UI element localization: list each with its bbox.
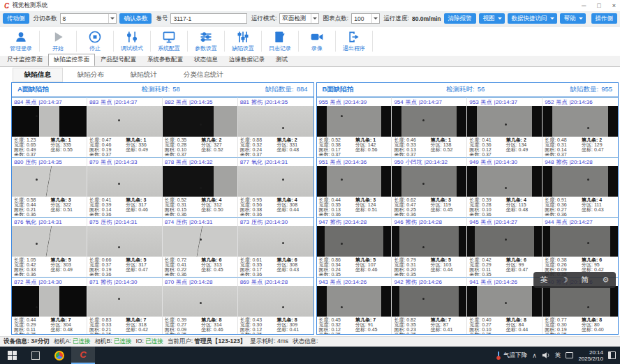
parameter-settings-button[interactable]: 参数设置	[188, 30, 224, 52]
notification-center-icon[interactable]	[608, 351, 616, 359]
defect-cell[interactable]: 948 擦伤 |20:14:28 长度: 0.91 宽度: 0.36 面积: 0…	[542, 157, 618, 217]
defect-cell[interactable]: 946 擦伤 |20:14:28 长度: 0.79 宽度: 0.31 面积: 0…	[392, 217, 467, 277]
defect-cell[interactable]: 945 黑点 |20:14:27 长度: 0.42 宽度: 0.29 面积: 0…	[467, 217, 542, 277]
subtab-class-info-statistics[interactable]: 分类信息统计	[172, 68, 235, 82]
defect-image[interactable]	[542, 106, 618, 137]
defect-cell[interactable]: 882 黑点 |20:14:35 长度: 0.35 宽度: 0.28 面积: 0…	[163, 97, 238, 157]
help-menu-button[interactable]: 帮助	[560, 13, 586, 23]
defect-cell[interactable]: 878 黑点 |20:14:32 长度: 0.52 宽度: 0.31 面积: 0…	[163, 157, 238, 217]
defect-image[interactable]	[317, 166, 392, 197]
tab-system-param-config[interactable]: 系统参数配置	[142, 54, 189, 66]
roll-number-input[interactable]: 3117-1	[170, 13, 246, 24]
defect-image[interactable]	[238, 226, 313, 257]
start-button[interactable]	[0, 347, 24, 364]
defect-image[interactable]	[87, 286, 162, 317]
admin-login-button[interactable]: 管理登录	[3, 30, 39, 52]
view-menu-button[interactable]: 视图	[479, 13, 505, 23]
defect-cell[interactable]: 875 压伤 |20:14:31 长度: 0.66 宽度: 0.37 面积: 0…	[87, 217, 163, 277]
operator-side-button[interactable]: 操作侧	[591, 13, 618, 23]
defect-image[interactable]	[542, 226, 618, 257]
defect-image[interactable]	[238, 106, 313, 137]
debug-mode-button[interactable]: 调试模式	[114, 30, 150, 52]
subtab-defect-distribution[interactable]: 缺陷分布	[66, 68, 116, 82]
moon-icon[interactable]: ☽	[561, 275, 568, 285]
taskbar-clock[interactable]: 20:14 2025/2/10	[578, 349, 603, 362]
defect-image[interactable]	[163, 166, 237, 197]
defect-image[interactable]	[163, 106, 237, 137]
clear-alarm-button[interactable]: 清除报警	[444, 13, 476, 23]
tab-edge-data-record[interactable]: 边缘数据记录	[223, 54, 270, 66]
defect-cell[interactable]: 884 黑点 |20:14:37 长度: 1.23 宽度: 0.65 面积: 0…	[12, 97, 87, 157]
log-record-button[interactable]: 日志记录	[262, 30, 298, 52]
defect-cell[interactable]: 941 黑点 |20:14:26 长度: 0.40 宽度: 0.27 面积: 0…	[467, 277, 542, 335]
defect-cell[interactable]: 952 黑点 |20:14:36 长度: 0.48 宽度: 0.31 面积: 0…	[542, 97, 618, 157]
defect-cell[interactable]: 880 压伤 |20:14:35 长度: 0.58 宽度: 0.44 面积: 0…	[12, 157, 87, 217]
defect-image[interactable]	[542, 286, 618, 317]
defect-image[interactable]	[467, 286, 542, 317]
defect-settings-button[interactable]: 缺陷设置	[225, 30, 261, 52]
defect-image[interactable]	[12, 286, 87, 317]
defect-cell[interactable]: 872 黑点 |20:14:30 长度: 0.44 宽度: 0.29 面积: 0…	[12, 277, 87, 335]
defect-cell[interactable]: 950 小凹坑 |20:14:32 长度: 0.62 宽度: 0.47 面积: …	[392, 157, 467, 217]
defect-image[interactable]	[317, 106, 392, 137]
task-view-button[interactable]	[24, 347, 47, 364]
defect-cell[interactable]: 943 黑点 |20:14:26 长度: 0.45 宽度: 0.32 面积: 0…	[317, 277, 392, 335]
defect-image[interactable]	[392, 226, 466, 257]
defect-image[interactable]	[467, 166, 542, 197]
defect-image[interactable]	[392, 166, 466, 197]
confirm-count-button[interactable]: 确认条数	[119, 13, 152, 23]
tab-size-monitor[interactable]: 尺寸监控界面	[1, 54, 48, 66]
system-config-button[interactable]: 系统配置	[151, 30, 187, 52]
defect-image[interactable]	[12, 226, 87, 257]
defect-image[interactable]	[87, 226, 162, 257]
record-video-button[interactable]: 录像	[299, 30, 335, 52]
tab-status-info[interactable]: 状态信息	[189, 54, 223, 66]
defect-cell[interactable]: 869 黑点 |20:14:28 长度: 0.43 宽度: 0.30 面积: 0…	[238, 277, 313, 335]
defect-image[interactable]	[163, 286, 237, 317]
defect-cell[interactable]: 881 擦伤 |20:14:35 长度: 0.88 宽度: 0.32 面积: 0…	[238, 97, 313, 157]
defect-cell[interactable]: 944 黑点 |20:14:27 长度: 0.38 宽度: 0.26 面积: 0…	[542, 217, 618, 277]
stop-button[interactable]: 停止	[77, 30, 113, 52]
tab-defect-monitor[interactable]: 缺陷监控界面	[48, 54, 95, 66]
defect-image[interactable]	[392, 286, 466, 317]
drive-side-button[interactable]: 传动侧	[3, 13, 29, 23]
defect-cell[interactable]: 949 黑点 |20:14:30 长度: 0.39 宽度: 0.28 面积: 0…	[467, 157, 542, 217]
defect-cell[interactable]: 876 氧化 |20:14:31 长度: 1.05 宽度: 0.42 面积: 0…	[12, 217, 87, 277]
defect-cell[interactable]: 953 黑点 |20:14:37 长度: 0.41 宽度: 0.36 面积: 0…	[467, 97, 542, 157]
defect-cell[interactable]: 874 压伤 |20:14:31 长度: 0.72 宽度: 0.41 面积: 0…	[163, 217, 238, 277]
defect-image[interactable]	[12, 106, 87, 137]
defect-image[interactable]	[87, 106, 162, 137]
gear-icon[interactable]: ⚙	[603, 275, 610, 285]
tab-test[interactable]: 测试	[270, 54, 293, 66]
defect-image[interactable]	[467, 106, 542, 137]
exit-program-button[interactable]: 退出程序	[336, 30, 372, 52]
taskbar-app-browser[interactable]	[47, 347, 71, 364]
defect-cell[interactable]: 879 黑点 |20:14:33 长度: 0.41 宽度: 0.39 面积: 0…	[87, 157, 163, 217]
keyboard-icon[interactable]	[566, 352, 573, 358]
start-button[interactable]: 开始	[40, 30, 76, 52]
chart-points-select[interactable]: 100	[351, 13, 379, 24]
subtab-defect-info[interactable]: 缺陷信息	[13, 68, 63, 82]
defect-image[interactable]	[467, 226, 542, 257]
defect-cell[interactable]: 877 氧化 |20:14:31 长度: 0.95 宽度: 0.56 面积: 0…	[238, 157, 313, 217]
defect-cell[interactable]: 871 擦伤 |20:14:30 长度: 0.83 宽度: 0.33 面积: 0…	[87, 277, 163, 335]
defect-image[interactable]	[317, 286, 392, 317]
ime-language-indicator[interactable]: 英	[555, 351, 561, 360]
defect-cell[interactable]: 951 黑点 |20:14:36 长度: 0.44 宽度: 0.35 面积: 0…	[317, 157, 392, 217]
defect-image[interactable]	[238, 166, 313, 197]
taskbar-app-inspection[interactable]: C	[71, 347, 95, 364]
tray-expand-icon[interactable]: ∧	[532, 352, 537, 359]
run-mode-select[interactable]: 双面检测	[279, 13, 319, 24]
defect-image[interactable]	[87, 166, 162, 197]
weather-widget[interactable]: 气温下降	[496, 351, 527, 360]
defect-image[interactable]	[317, 226, 392, 257]
defect-cell[interactable]: 954 黑点 |20:14:37 长度: 0.46 宽度: 0.33 面积: 0…	[392, 97, 467, 157]
ime-language-bar[interactable]: 英 ☽ 简 ⚙	[533, 272, 616, 288]
subtab-defect-statistics[interactable]: 缺陷统计	[119, 68, 169, 82]
ime-simplified-toggle[interactable]: 简	[582, 275, 589, 285]
defect-cell[interactable]: 883 黑点 |20:14:37 长度: 0.47 宽度: 0.46 面积: 0…	[87, 97, 163, 157]
slit-count-select[interactable]: 8	[60, 13, 117, 24]
defect-image[interactable]	[392, 106, 466, 137]
maximize-icon[interactable]: □	[597, 2, 600, 9]
data-quick-access-menu-button[interactable]: 数据快捷访问	[508, 13, 557, 23]
